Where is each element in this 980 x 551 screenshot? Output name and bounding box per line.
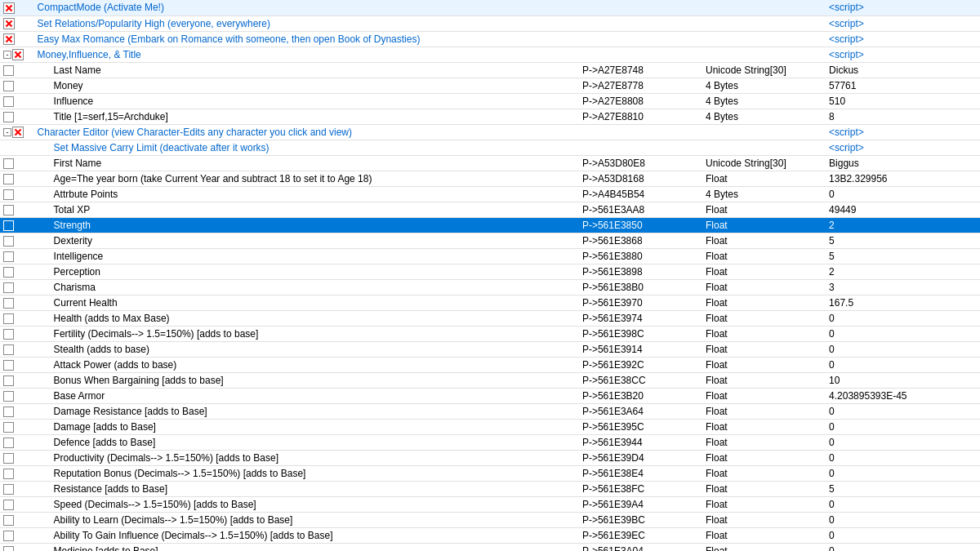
row-name: Strength <box>34 217 579 233</box>
redx-icon[interactable] <box>3 2 15 14</box>
table-row[interactable]: Last NameP->A27E8748Unicode String[30]Di… <box>0 62 980 78</box>
row-value: 8 <box>826 109 980 124</box>
table-row[interactable]: Fertility (Decimals--> 1.5=150%) [adds t… <box>0 326 980 341</box>
row-checkbox[interactable] <box>3 422 14 433</box>
row-icon <box>0 450 34 465</box>
table-row[interactable]: Medicine [adds to Base]P->561E3A04Float0 <box>0 543 980 551</box>
row-checkbox[interactable] <box>3 313 14 324</box>
row-checkbox[interactable] <box>3 96 14 107</box>
table-row[interactable]: StrengthP->561E3850Float2 <box>0 217 980 233</box>
table-row[interactable]: Reputation Bonus (Decimals--> 1.5=150%) … <box>0 465 980 481</box>
row-value: 0 <box>826 310 980 326</box>
table-row[interactable]: Set Relations/Popularity High (everyone,… <box>0 16 980 31</box>
row-value: 0 <box>826 434 980 450</box>
row-value: <script> <box>826 0 980 16</box>
table-row[interactable]: DexterityP->561E3868Float5 <box>0 233 980 248</box>
row-checkbox[interactable] <box>3 298 14 309</box>
row-checkbox[interactable] <box>3 205 14 216</box>
row-type <box>702 47 826 62</box>
table-row[interactable]: Productivity (Decimals--> 1.5=150%) [add… <box>0 450 980 465</box>
table-row[interactable]: Easy Max Romance (Embark on Romance with… <box>0 31 980 47</box>
table-row[interactable]: Bonus When Bargaining [adds to base]P->5… <box>0 372 980 388</box>
row-type: Float <box>702 264 826 279</box>
row-type: Float <box>702 434 826 450</box>
row-checkbox[interactable] <box>3 329 14 340</box>
row-checkbox[interactable] <box>3 158 14 169</box>
redx-icon[interactable] <box>3 33 15 45</box>
row-checkbox[interactable] <box>3 531 14 541</box>
table-row[interactable]: Health (adds to Max Base)P->561E3974Floa… <box>0 310 980 326</box>
row-checkbox[interactable] <box>3 81 14 91</box>
row-address: P->561E3A64 <box>579 403 702 419</box>
table-row[interactable]: Set Massive Carry Limit (deactivate afte… <box>0 140 980 155</box>
row-checkbox[interactable] <box>3 267 14 278</box>
row-icon <box>0 512 34 527</box>
expand-icon[interactable]: - <box>3 128 11 136</box>
row-name: Set Massive Carry Limit (deactivate afte… <box>34 140 579 155</box>
table-row[interactable]: Base ArmorP->561E3B20Float4.203895393E-4… <box>0 388 980 403</box>
row-checkbox[interactable] <box>3 375 14 386</box>
table-row[interactable]: First NameP->A53D80E8Unicode String[30]B… <box>0 155 980 171</box>
table-row[interactable]: Resistance [adds to Base]P->561E38FCFloa… <box>0 481 980 496</box>
table-row[interactable]: Attack Power (adds to base)P->561E392CFl… <box>0 357 980 372</box>
table-row[interactable]: Ability to Learn (Decimals--> 1.5=150%) … <box>0 512 980 527</box>
row-checkbox[interactable] <box>3 236 14 247</box>
row-address: P->561E3898 <box>579 264 702 279</box>
row-checkbox[interactable] <box>3 391 14 402</box>
table-row[interactable]: CharismaP->561E38B0Float3 <box>0 279 980 295</box>
redx-icon[interactable] <box>12 49 24 60</box>
row-address <box>579 31 702 47</box>
table-row[interactable]: InfluenceP->A27E88084 Bytes510 <box>0 93 980 109</box>
table-row[interactable]: Damage Resistance [adds to Base]P->561E3… <box>0 403 980 419</box>
table-row[interactable]: Defence [adds to Base]P->561E3944Float0 <box>0 434 980 450</box>
row-value: 2 <box>826 264 980 279</box>
table-row[interactable]: Age=The year born (take Current Year and… <box>0 171 980 186</box>
main-container[interactable]: CompactMode (Activate Me!)<script>Set Re… <box>0 0 980 551</box>
row-value: 49449 <box>826 202 980 217</box>
table-row[interactable]: Total XPP->561E3AA8Float49449 <box>0 202 980 217</box>
table-row[interactable]: IntelligenceP->561E3880Float5 <box>0 248 980 264</box>
row-checkbox[interactable] <box>3 112 14 122</box>
redx-icon[interactable] <box>3 18 15 29</box>
row-checkbox[interactable] <box>3 469 14 479</box>
row-checkbox[interactable] <box>3 282 14 293</box>
row-checkbox[interactable] <box>3 220 14 231</box>
table-row[interactable]: Attrbute PointsP->A4B45B544 Bytes0 <box>0 186 980 202</box>
table-row[interactable]: Current HealthP->561E3970Float167.5 <box>0 295 980 310</box>
row-address <box>579 16 702 31</box>
table-row[interactable]: Stealth (adds to base)P->561E3914Float0 <box>0 341 980 357</box>
row-type: Float <box>702 341 826 357</box>
table-row[interactable]: Title [1=serf,15=Archduke]P->A27E88104 B… <box>0 109 980 124</box>
row-checkbox[interactable] <box>3 174 14 184</box>
row-checkbox[interactable] <box>3 500 14 510</box>
expand-icon[interactable]: - <box>3 51 11 59</box>
row-checkbox[interactable] <box>3 515 14 526</box>
table-row[interactable]: -Character Editor (view Character-Edits … <box>0 124 980 140</box>
row-value: 0 <box>826 527 980 543</box>
table-row[interactable]: CompactMode (Activate Me!)<script> <box>0 0 980 16</box>
table-row[interactable]: MoneyP->A27E87784 Bytes57761 <box>0 78 980 93</box>
row-checkbox[interactable] <box>3 360 14 371</box>
table-row[interactable]: Ability To Gain Influence (Decimals--> 1… <box>0 527 980 543</box>
row-checkbox[interactable] <box>3 407 14 417</box>
row-icon <box>0 527 34 543</box>
table-row[interactable]: PerceptionP->561E3898Float2 <box>0 264 980 279</box>
row-checkbox[interactable] <box>3 453 14 464</box>
row-value: 510 <box>826 93 980 109</box>
row-checkbox[interactable] <box>3 438 14 448</box>
row-checkbox[interactable] <box>3 251 14 262</box>
row-name: Money <box>34 78 579 93</box>
row-checkbox[interactable] <box>3 189 14 200</box>
row-checkbox[interactable] <box>3 344 14 355</box>
table-row[interactable]: Speed (Decimals--> 1.5=150%) [adds to Ba… <box>0 496 980 512</box>
redx-icon[interactable] <box>12 127 24 138</box>
row-name: Title [1=serf,15=Archduke] <box>34 109 579 124</box>
row-checkbox[interactable] <box>3 546 14 551</box>
row-address: P->A53D80E8 <box>579 155 702 171</box>
row-address: P->A27E8748 <box>579 62 702 78</box>
row-checkbox[interactable] <box>3 65 14 76</box>
table-row[interactable]: Damage [adds to Base]P->561E395CFloat0 <box>0 419 980 434</box>
row-checkbox[interactable] <box>3 484 14 495</box>
row-address: P->561E3850 <box>579 217 702 233</box>
table-row[interactable]: -Money,Influence, & Title<script> <box>0 47 980 62</box>
